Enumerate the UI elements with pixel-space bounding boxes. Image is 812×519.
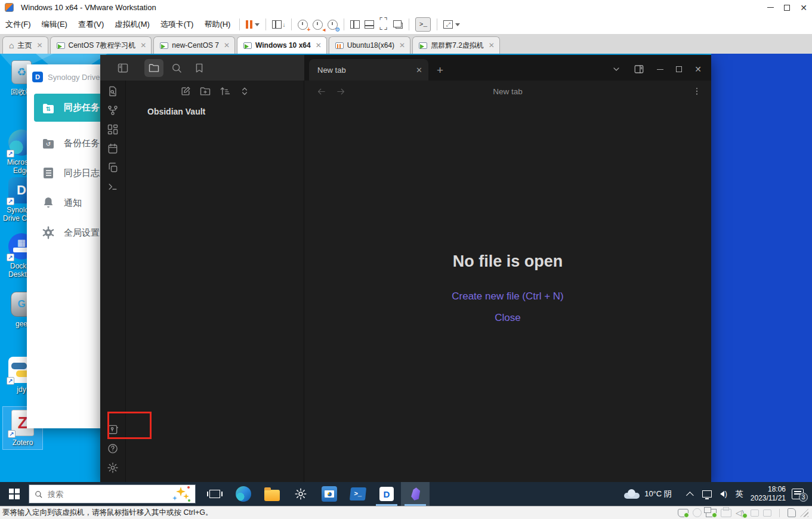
take-snapshot-button[interactable]: + [295, 17, 310, 32]
message-log-icon[interactable] [788, 508, 796, 517]
toggle-left-sidebar-icon[interactable] [113, 59, 132, 77]
terminal-icon[interactable] [107, 181, 119, 193]
weather-cloud-icon[interactable] [624, 489, 640, 499]
search-highlights-sparkle-icon[interactable] [172, 486, 190, 502]
obsidian-main-pane: New tab No file is open Create new file … [304, 81, 711, 482]
new-folder-icon[interactable] [199, 85, 211, 97]
tab-list-chevron-icon[interactable] [612, 64, 621, 74]
console-view-icon: >_ [415, 17, 431, 32]
bookmarks-view-tab[interactable] [190, 59, 209, 77]
manage-snapshots-button[interactable]: ⚙ [325, 17, 340, 32]
vmware-close-button[interactable]: ✕ [795, 1, 812, 14]
start-button[interactable] [0, 482, 29, 506]
taskbar-edge-button[interactable] [229, 482, 258, 506]
pause-icon [246, 20, 252, 29]
search-input[interactable] [48, 490, 137, 499]
weather-text[interactable]: 10°C 阴 [644, 489, 672, 499]
files-view-tab[interactable] [144, 59, 163, 77]
vm-tab-centos7-learn[interactable]: CentOS 7教程学习机 ✕ [50, 36, 152, 54]
close-tab-icon[interactable]: ✕ [224, 41, 230, 50]
vmware-maximize-button[interactable] [779, 1, 795, 14]
vault-name[interactable]: Obsidian Vault [147, 107, 304, 116]
close-link[interactable]: Close [304, 312, 711, 324]
resize-grip[interactable] [800, 509, 808, 517]
network-device-icon[interactable] [706, 509, 717, 517]
show-thumbnail-bar-button[interactable] [362, 17, 376, 32]
search-view-tab[interactable] [167, 59, 186, 77]
send-ctrl-alt-del-button[interactable]: ↓ [270, 17, 288, 32]
sort-order-icon[interactable] [219, 85, 231, 97]
taskbar-powershell-button[interactable]: >_ [344, 482, 372, 506]
sound-device-icon[interactable]: ◁) [736, 509, 746, 517]
close-window-icon[interactable]: ✕ [694, 64, 702, 74]
settings-gear-icon[interactable] [107, 462, 119, 474]
daily-note-calendar-icon[interactable] [107, 143, 119, 155]
cd-device-icon[interactable] [693, 508, 702, 517]
new-tab-icon[interactable]: + [437, 64, 443, 77]
close-tab-icon[interactable]: ✕ [316, 41, 322, 50]
vm-tab-ubuntu18[interactable]: Ubuntu18(x64) ✕ [329, 36, 410, 54]
close-tab-icon[interactable]: ✕ [140, 41, 146, 50]
action-center-icon[interactable]: 3 [792, 489, 804, 499]
taskbar-synology-drive-button[interactable]: D [372, 482, 401, 506]
vmware-minimize-button[interactable] [762, 1, 779, 14]
network-icon[interactable] [702, 490, 712, 498]
close-tab-icon[interactable]: ✕ [489, 41, 495, 50]
taskbar-settings-button[interactable] [286, 482, 315, 506]
log-icon [41, 166, 55, 180]
vm-tab-windows10[interactable]: Windows 10 x64 ✕ [237, 36, 327, 54]
taskbar-monitor-app-button[interactable] [315, 482, 344, 506]
new-note-icon[interactable] [180, 85, 192, 97]
help-icon[interactable] [107, 443, 119, 455]
quick-switcher-icon[interactable] [107, 85, 119, 97]
vmware-logo-icon [5, 3, 14, 12]
taskbar-obsidian-button[interactable] [401, 482, 430, 506]
taskbar-clock[interactable]: 18:06 2023/11/21 [751, 485, 786, 503]
console-view-button[interactable]: >_ [413, 17, 433, 32]
revert-snapshot-button[interactable]: ◂ [310, 17, 325, 32]
graph-view-icon[interactable] [107, 104, 119, 116]
menu-edit[interactable]: 编辑(E) [36, 17, 73, 32]
collapse-all-icon[interactable] [239, 85, 251, 97]
send-ctrl-alt-del-icon [272, 20, 282, 29]
menu-tabs[interactable]: 选项卡(T) [155, 17, 199, 32]
hard-disk-device-icon[interactable] [678, 509, 688, 517]
fullscreen-button[interactable] [376, 17, 391, 32]
canvas-icon[interactable] [107, 123, 119, 135]
obsidian-tab-new-tab[interactable]: New tab ✕ [309, 59, 428, 81]
fit-guest-button[interactable]: ⤢ [441, 17, 462, 32]
hidden-icons-chevron[interactable] [686, 492, 694, 499]
unity-mode-button[interactable] [391, 17, 405, 32]
vm-running-icon [160, 42, 168, 49]
input-language-indicator[interactable]: 英 [736, 489, 743, 499]
taskbar-search-box[interactable] [29, 484, 196, 503]
menu-file[interactable]: 文件(F) [0, 17, 36, 32]
obsidian-icon [407, 486, 423, 502]
vm-tab-dsm[interactable]: 黑群辉7.2虚拟机 ✕ [412, 36, 500, 54]
usb-device-icon[interactable] [763, 509, 771, 517]
vm-tab-new-centos7[interactable]: new-CentOS 7 ✕ [153, 36, 235, 54]
menu-vm[interactable]: 虚拟机(M) [109, 17, 155, 32]
vm-power-pause-button[interactable] [243, 17, 262, 32]
show-library-button[interactable] [348, 17, 362, 32]
minimize-icon[interactable] [657, 69, 663, 70]
taskbar-file-explorer-button[interactable] [258, 482, 286, 506]
menu-help[interactable]: 帮助(H) [199, 17, 236, 32]
create-new-file-link[interactable]: Create new file (Ctrl + N) [304, 291, 711, 302]
empty-state-title: No file is open [304, 252, 711, 271]
close-tab-icon[interactable]: ✕ [399, 41, 405, 50]
templates-icon[interactable] [107, 162, 119, 174]
svg-text:⇅: ⇅ [46, 106, 51, 112]
maximize-icon[interactable] [676, 66, 682, 72]
toggle-right-sidebar-icon[interactable] [634, 64, 644, 75]
close-tab-icon[interactable]: ✕ [36, 41, 42, 50]
manage-snapshots-clock-icon: ⚙ [328, 20, 338, 30]
folder-icon [148, 62, 160, 74]
close-tab-icon[interactable]: ✕ [416, 66, 422, 75]
volume-icon[interactable]: ) [720, 490, 727, 498]
usb-device-icon[interactable] [751, 509, 759, 517]
vm-tab-home[interactable]: ⌂ 主页 ✕ [2, 36, 48, 54]
printer-device-icon[interactable] [721, 509, 731, 517]
task-view-button[interactable] [200, 482, 229, 506]
menu-view[interactable]: 查看(V) [73, 17, 109, 32]
